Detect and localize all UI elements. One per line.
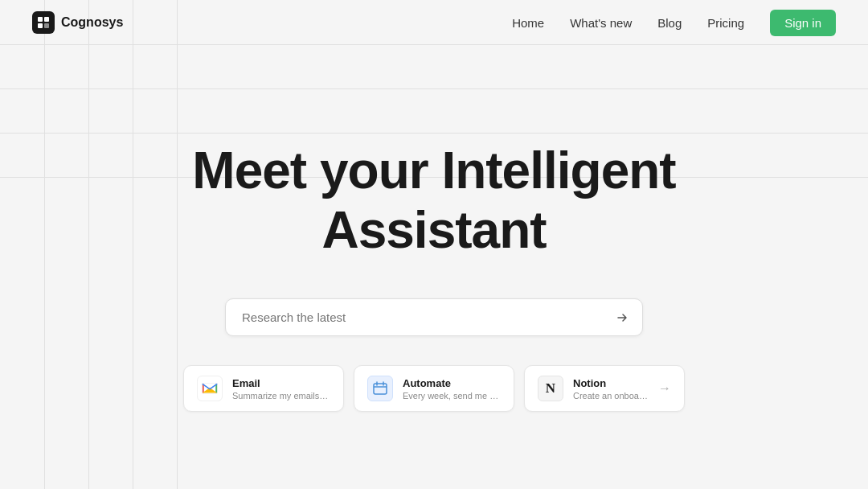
navbar: Cognosys Home What's new Blog Pricing Si… bbox=[0, 0, 868, 45]
search-container bbox=[225, 298, 643, 336]
notion-card-desc: Create an onboarding email for... bbox=[573, 391, 649, 401]
notion-card-arrow-icon: → bbox=[658, 381, 671, 396]
nav-links: Home What's new Blog Pricing Sign in bbox=[512, 10, 836, 36]
notion-icon-container: N bbox=[538, 376, 563, 401]
nav-blog[interactable]: Blog bbox=[657, 16, 682, 30]
logo-icon bbox=[32, 11, 55, 34]
card-automate[interactable]: Automate Every week, send me a market... bbox=[354, 365, 514, 412]
logo[interactable]: Cognosys bbox=[32, 11, 123, 34]
cards-row: Email Summarize my emails from toda... A… bbox=[183, 365, 685, 412]
notion-icon: N bbox=[546, 380, 555, 397]
card-email[interactable]: Email Summarize my emails from toda... bbox=[183, 365, 344, 412]
svg-rect-2 bbox=[44, 17, 49, 22]
svg-rect-0 bbox=[32, 11, 55, 34]
nav-whats-new[interactable]: What's new bbox=[570, 16, 632, 30]
nav-home[interactable]: Home bbox=[512, 16, 544, 30]
search-button[interactable] bbox=[611, 306, 633, 329]
automate-card-content: Automate Every week, send me a market... bbox=[403, 377, 501, 401]
nav-pricing[interactable]: Pricing bbox=[707, 16, 744, 30]
svg-rect-6 bbox=[374, 384, 387, 394]
logo-text: Cognosys bbox=[61, 15, 123, 30]
hero-title: Meet your Intelligent Assistant bbox=[192, 142, 675, 260]
search-input[interactable] bbox=[225, 298, 643, 336]
svg-rect-4 bbox=[44, 23, 49, 28]
svg-rect-1 bbox=[38, 17, 43, 22]
notion-card-content: Notion Create an onboarding email for... bbox=[573, 377, 649, 401]
email-card-title: Email bbox=[232, 377, 330, 389]
calendar-icon bbox=[373, 381, 387, 396]
hero-title-line2: Assistant bbox=[321, 201, 546, 259]
email-icon-container bbox=[197, 376, 223, 401]
signin-button[interactable]: Sign in bbox=[770, 10, 836, 36]
main-content: Meet your Intelligent Assistant bbox=[0, 45, 868, 412]
search-arrow-icon bbox=[616, 311, 628, 324]
svg-rect-3 bbox=[38, 23, 43, 28]
automate-icon-container bbox=[367, 376, 393, 401]
notion-card-title: Notion bbox=[573, 377, 649, 389]
hero-title-line1: Meet your Intelligent bbox=[192, 142, 675, 199]
email-card-desc: Summarize my emails from toda... bbox=[232, 391, 330, 401]
automate-card-desc: Every week, send me a market... bbox=[403, 391, 501, 401]
email-card-content: Email Summarize my emails from toda... bbox=[232, 377, 330, 401]
gmail-icon bbox=[201, 380, 219, 397]
automate-card-title: Automate bbox=[403, 377, 501, 389]
card-notion[interactable]: N Notion Create an onboarding email for.… bbox=[524, 365, 685, 412]
